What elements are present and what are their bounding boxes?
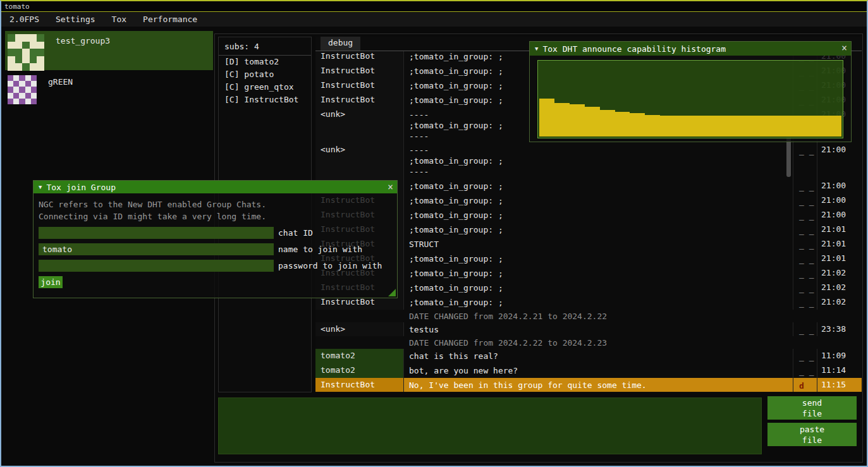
chat-row[interactable]: tomato2chat is this real?_ _11:09: [315, 349, 862, 363]
histogram-bar: [600, 110, 615, 136]
close-icon[interactable]: ×: [841, 42, 847, 54]
histogram-bar: [706, 116, 721, 136]
chat-row[interactable]: <unk>testus_ _23:38: [315, 322, 862, 336]
sender-name: InstructBot: [315, 64, 404, 78]
message-text: ;tomato_in_group: ;: [404, 281, 793, 295]
menu-item-2-0fps[interactable]: 2.0FPS: [1, 13, 47, 27]
system-row[interactable]: DATE CHANGED from 2024.2.21 to 2024.2.22: [315, 310, 862, 322]
message-flags: _ _: [793, 179, 817, 193]
system-message: DATE CHANGED from 2024.2.22 to 2024.2.23: [315, 336, 862, 349]
join-password-input[interactable]: [39, 260, 274, 272]
member-item[interactable]: [C] potato: [219, 68, 311, 81]
histogram-bar: [811, 116, 826, 136]
send-file-button[interactable]: send file: [767, 396, 857, 420]
histogram-plot: [537, 60, 843, 138]
message-time: 21:02: [817, 281, 862, 295]
system-row[interactable]: DATE CHANGED from 2024.2.22 to 2024.2.23: [315, 336, 862, 349]
histogram-bar: [645, 115, 660, 136]
menu-item-tox[interactable]: Tox: [104, 13, 135, 27]
join-name-input[interactable]: [39, 243, 274, 255]
message-flags: _ _: [793, 349, 817, 363]
sender-name: InstructBot: [315, 78, 404, 93]
histogram-bar: [660, 116, 675, 136]
ngc-info-line-2: Connecting via ID might take a very long…: [39, 210, 392, 222]
group-avatar-icon: [8, 34, 44, 71]
close-icon[interactable]: ×: [388, 181, 393, 193]
group-name: test_group3: [56, 34, 110, 45]
message-flags: _ _: [793, 281, 817, 295]
message-input[interactable]: [218, 397, 762, 454]
message-time: 21:00: [817, 143, 862, 179]
join-field-row: name to join with: [39, 243, 392, 255]
sender-name: <unk>: [315, 322, 404, 336]
join-button[interactable]: join: [39, 276, 63, 288]
message-text: ;tomato_in_group: ;: [404, 208, 793, 222]
message-flags: _ _: [793, 295, 817, 310]
message-text: No, I've been in this group for quite so…: [404, 378, 793, 392]
collapse-arrow-icon[interactable]: ▼: [535, 45, 538, 52]
histogram-bar: [539, 99, 554, 136]
histogram-bar: [766, 116, 781, 136]
message-text: ;tomato_in_group: ;: [404, 295, 793, 310]
histogram-bars: [539, 62, 841, 136]
chat-id-input[interactable]: [39, 227, 274, 239]
menu-item-performance[interactable]: Performance: [135, 13, 205, 27]
chat-row[interactable]: InstructBotNo, I've been in this group f…: [315, 378, 862, 392]
menu-bar: 2.0FPSSettingsToxPerformance: [1, 13, 867, 27]
histogram-bar: [781, 116, 797, 136]
member-item[interactable]: [C] green_qtox: [219, 81, 311, 94]
histogram-bar: [675, 116, 690, 136]
message-flags: d: [793, 378, 817, 392]
join-group-window-titlebar[interactable]: ▼ Tox join Group ×: [34, 181, 397, 193]
dht-histogram-window: ▼ Tox DHT announce capability histogram …: [529, 41, 852, 142]
message-text: ;tomato_in_group: ;: [404, 179, 793, 193]
input-label: chat ID: [278, 228, 313, 238]
sender-name: tomato2: [315, 349, 404, 363]
member-list: [D] tomato2[C] potato[C] green_qtox[C] I…: [219, 56, 311, 106]
join-fields: chat IDname to join withpassword to join…: [39, 227, 392, 272]
histogram-bar: [796, 116, 811, 136]
message-flags: _ _: [793, 266, 817, 281]
message-time: 11:15: [817, 378, 862, 392]
sender-name: tomato2: [315, 363, 404, 378]
resize-grip[interactable]: [388, 289, 396, 296]
join-group-window-title: Tox join Group: [46, 183, 116, 192]
message-time: 21:02: [817, 266, 862, 281]
sidebar-item-test_group3[interactable]: test_group3: [5, 31, 213, 70]
member-item[interactable]: [D] tomato2: [219, 56, 311, 68]
message-flags: _ _: [793, 363, 817, 378]
group-sidebar: test_group3gREEN: [5, 31, 213, 113]
sender-name: <unk>: [315, 143, 404, 179]
histogram-bar: [570, 104, 585, 136]
tab-debug[interactable]: debug: [321, 37, 360, 51]
dht-histogram-window-title: Tox DHT announce capability histogram: [542, 44, 726, 54]
dht-histogram-window-titlebar[interactable]: ▼ Tox DHT announce capability histogram …: [530, 42, 851, 56]
collapse-arrow-icon[interactable]: ▼: [39, 184, 42, 190]
member-item[interactable]: [C] InstructBot: [219, 94, 311, 106]
chat-row[interactable]: tomato2bot, are you new here?_ _11:14: [315, 363, 862, 378]
sender-name: InstructBot: [315, 378, 404, 392]
system-message: DATE CHANGED from 2024.2.21 to 2024.2.22: [315, 310, 862, 322]
paste-file-button[interactable]: paste file: [767, 423, 857, 446]
message-flags: _ _: [793, 208, 817, 222]
message-flags: _ _: [793, 222, 817, 237]
join-group-window: ▼ Tox join Group × NGC refers to the New…: [33, 180, 398, 298]
histogram-bar: [690, 116, 706, 136]
message-time: 21:00: [817, 193, 862, 208]
menu-item-settings[interactable]: Settings: [47, 13, 104, 27]
app-window: tomato 2.0FPSSettingsToxPerformance test…: [0, 0, 868, 467]
message-text: ;tomato_in_group: ;: [404, 252, 793, 266]
histogram-bar: [826, 116, 841, 136]
message-text: chat is this real?: [404, 349, 793, 363]
sender-name: InstructBot: [315, 51, 404, 64]
message-text: ;tomato_in_group: ;: [404, 222, 793, 237]
chat-row[interactable]: <unk>----;tomato_in_group: ;----_ _21:00: [315, 143, 862, 179]
message-text: ;tomato_in_group: ;: [404, 266, 793, 281]
sidebar-item-green[interactable]: gREEN: [5, 72, 213, 111]
group-name: gREEN: [48, 75, 73, 87]
message-time: 21:02: [817, 295, 862, 310]
window-titlebar: tomato: [1, 1, 867, 12]
message-flags: _ _: [793, 143, 817, 179]
message-flags: _ _: [793, 237, 817, 252]
message-text: ----;tomato_in_group: ;----: [404, 143, 793, 179]
